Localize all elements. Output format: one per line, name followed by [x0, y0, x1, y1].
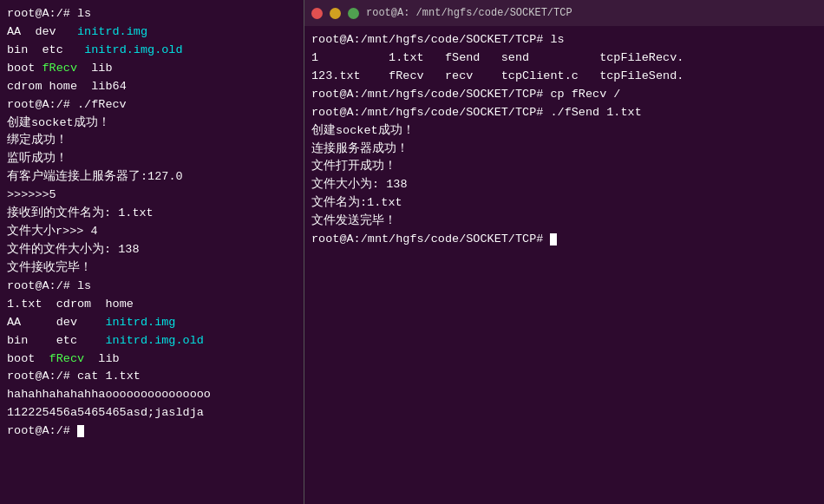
right-terminal: root@A: /mnt/hgfs/code/SOCKET/TCP root@A… [304, 0, 824, 504]
line: root@A:/# ls [7, 5, 297, 23]
line: root@A:/# [7, 422, 297, 441]
line-segment: boot [7, 352, 35, 365]
line-segment: etc [28, 334, 91, 347]
line-text: 1 1.txt fSend send tcpFileRecv. [311, 51, 683, 64]
line-text: root@A:/mnt/hgfs/code/SOCKET/TCP# ls [311, 33, 565, 46]
line-segment: boot [7, 62, 35, 75]
line-text: root@A:/mnt/hgfs/code/SOCKET/TCP# cp fRe… [311, 88, 620, 101]
line-segment: lib64 [77, 80, 127, 93]
line-text: 123.txt fRecv recv tcpClient.c tcpFileSe… [311, 69, 683, 82]
line: 连接服务器成功！ [311, 141, 817, 159]
line: root@A:/# ./fRecv [7, 96, 297, 115]
minimize-button[interactable] [330, 8, 341, 19]
line: 有客户端连接上服务器了:127.0 [7, 168, 297, 187]
right-terminal-content: root@A:/mnt/hgfs/code/SOCKET/TCP# ls1 1.… [304, 26, 824, 504]
line: root@A:/# ls [7, 278, 297, 296]
line-text: 监听成功！ [7, 152, 68, 165]
line-segment: dev [21, 25, 77, 38]
line: AA dev initrd.img [7, 314, 297, 332]
line-text: 文件名为:1.txt [311, 196, 402, 209]
line-segment: lib [84, 352, 120, 365]
line-segment: lib [77, 62, 113, 75]
line: root@A:/mnt/hgfs/code/SOCKET/TCP# ls [311, 31, 817, 49]
line: cdrom home lib64 [7, 78, 297, 96]
line: 文件发送完毕！ [311, 213, 817, 231]
line-text: >>>>>>5 [7, 188, 56, 201]
line: boot fRecv lib [7, 350, 297, 369]
line-segment [35, 62, 42, 75]
line: >>>>>>5 [7, 187, 297, 205]
line: root@A:/mnt/hgfs/code/SOCKET/TCP# [311, 231, 817, 249]
line-text: 有客户端连接上服务器了:127.0 [7, 170, 183, 183]
line: 文件大小为: 138 [311, 176, 817, 194]
line: 文件接收完毕！ [7, 259, 297, 278]
line-text: root@A:/# ls [7, 7, 91, 20]
line-text: 112225456a5465465asd;jasldja [7, 406, 204, 419]
line-text: 绑定成功！ [7, 134, 68, 147]
line: 文件打开成功！ [311, 158, 817, 176]
line: 文件大小r>>> 4 [7, 223, 297, 241]
maximize-button[interactable] [348, 8, 359, 19]
line-segment: initrd.img.old [84, 43, 182, 56]
left-terminal: root@A:/# lsAA dev initrd.imgbin etc ini… [0, 0, 304, 504]
line-segment: initrd.img [91, 316, 175, 329]
line-segment: home [43, 80, 78, 93]
line-text: root@A:/# ./fRecv [7, 98, 127, 111]
line-text: root@A:/mnt/hgfs/code/SOCKET/TCP# ./fSen… [311, 106, 642, 119]
line: boot fRecv lib [7, 60, 297, 78]
cursor [550, 233, 557, 245]
line-segment: home [91, 298, 134, 311]
line-text: 接收到的文件名为: 1.txt [7, 206, 154, 219]
line: root@A:/mnt/hgfs/code/SOCKET/TCP# ./fSen… [311, 104, 817, 122]
line-segment: etc [28, 43, 84, 56]
titlebar: root@A: /mnt/hgfs/code/SOCKET/TCP [304, 0, 824, 26]
line: 创建socket成功！ [7, 115, 297, 133]
line-text: root@A:/# ls [7, 279, 91, 292]
line-segment [35, 352, 49, 365]
terminal-container: root@A:/# lsAA dev initrd.imgbin etc ini… [0, 0, 824, 504]
line-text: 文件接收完毕！ [7, 261, 92, 274]
line-text: hahahhahahahhaooooooooooooooo [7, 388, 211, 401]
line: 创建socket成功！ [311, 122, 817, 141]
line-segment: AA [7, 25, 21, 38]
line-text: 文件大小为: 138 [311, 178, 408, 191]
line-segment: cdrom [43, 298, 92, 311]
line: hahahhahahahhaooooooooooooooo [7, 386, 297, 404]
line-text: 连接服务器成功！ [311, 142, 409, 155]
cursor [77, 425, 84, 437]
line-segment: 1.txt [7, 298, 43, 311]
line-text: 文件的文件大小为: 138 [7, 243, 140, 256]
titlebar-title: root@A: /mnt/hgfs/code/SOCKET/TCP [366, 7, 572, 19]
line-segment: bin [7, 43, 28, 56]
line: root@A:/mnt/hgfs/code/SOCKET/TCP# cp fRe… [311, 86, 817, 104]
line-text: 文件大小r>>> 4 [7, 225, 98, 238]
line-segment: initrd.img.old [91, 334, 204, 347]
line-segment: cdrom [7, 80, 43, 93]
line-text: 文件打开成功！ [311, 160, 396, 173]
line-segment: fRecv [43, 62, 78, 75]
line-text: root@A:/mnt/hgfs/code/SOCKET/TCP# [311, 232, 550, 245]
line: bin etc initrd.img.old [7, 332, 297, 350]
line-segment: bin [7, 334, 28, 347]
line: 绑定成功！ [7, 132, 297, 150]
line-text: 创建socket成功！ [311, 124, 415, 137]
line: 1.txt cdrom home [7, 296, 297, 314]
line-segment: AA [7, 316, 21, 329]
line: 文件名为:1.txt [311, 194, 817, 213]
line-text: 文件发送完毕！ [311, 214, 396, 227]
line: root@A:/# cat 1.txt [7, 368, 297, 386]
line: AA dev initrd.img [7, 23, 297, 42]
close-button[interactable] [311, 8, 323, 19]
line-segment: dev [21, 316, 91, 329]
line: 1 1.txt fSend send tcpFileRecv. [311, 49, 817, 68]
line: 123.txt fRecv recv tcpClient.c tcpFileSe… [311, 68, 817, 86]
line: 监听成功！ [7, 150, 297, 168]
line-text: root@A:/# cat 1.txt [7, 370, 141, 383]
line: 文件的文件大小为: 138 [7, 241, 297, 259]
line: 接收到的文件名为: 1.txt [7, 205, 297, 223]
line-text: root@A:/# [7, 424, 77, 437]
line-segment: initrd.img [77, 25, 147, 38]
line-text: 创建socket成功！ [7, 116, 110, 129]
line-segment: fRecv [49, 352, 85, 365]
line: 112225456a5465465asd;jasldja [7, 404, 297, 422]
